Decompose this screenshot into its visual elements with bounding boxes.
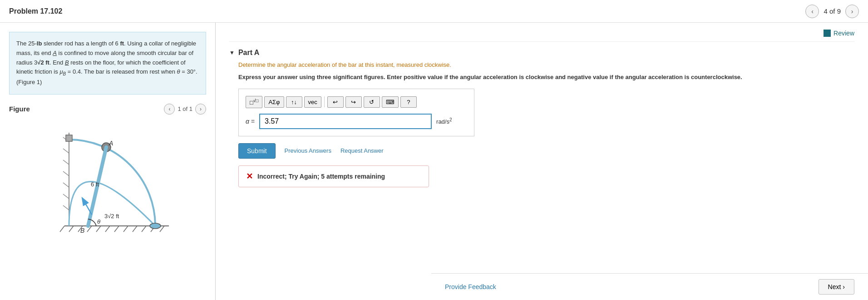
figure-prev-button[interactable]: ‹ bbox=[164, 104, 175, 115]
svg-point-29 bbox=[150, 223, 161, 229]
svg-line-17 bbox=[63, 171, 69, 176]
svg-text:B: B bbox=[80, 227, 84, 234]
next-label: Next bbox=[828, 283, 841, 290]
figure-svg: A B 6 ft 3√2 ft θ bbox=[37, 119, 178, 246]
keyboard-button[interactable]: ⌨ bbox=[382, 96, 399, 108]
svg-rect-30 bbox=[66, 135, 72, 141]
svg-text:3√2 ft: 3√2 ft bbox=[104, 213, 119, 220]
help-button[interactable]: ? bbox=[400, 96, 417, 108]
question-instruction: Determine the angular acceleration of th… bbox=[229, 61, 854, 68]
svg-line-1 bbox=[60, 226, 64, 232]
svg-line-23 bbox=[83, 199, 92, 215]
alpha-label: α = bbox=[246, 118, 255, 125]
svg-text:6 ft: 6 ft bbox=[91, 181, 99, 188]
header-navigation: ‹ 4 of 9 › bbox=[805, 5, 859, 18]
problem-title: Problem 17.102 bbox=[9, 7, 62, 15]
svg-line-19 bbox=[63, 194, 69, 199]
prev-problem-button[interactable]: ‹ bbox=[805, 5, 819, 18]
input-row: α = rad/s2 bbox=[246, 114, 467, 129]
svg-line-9 bbox=[133, 226, 137, 232]
main-layout: The 25-lb slender rod has a length of 6 … bbox=[0, 23, 868, 300]
provide-feedback-link[interactable]: Provide Feedback bbox=[445, 283, 496, 290]
vec-button[interactable]: vec bbox=[304, 96, 321, 108]
action-row: Submit Previous Answers Request Answer bbox=[238, 143, 854, 159]
figure-next-button[interactable]: › bbox=[195, 104, 206, 115]
next-arrow-icon: › bbox=[843, 283, 845, 290]
template-button[interactable]: □√□ bbox=[246, 96, 262, 108]
request-answer-link[interactable]: Request Answer bbox=[340, 147, 384, 154]
undo-button[interactable]: ↩ bbox=[327, 96, 344, 108]
svg-line-10 bbox=[142, 226, 146, 232]
submit-button[interactable]: Submit bbox=[238, 143, 276, 159]
part-a-header: ▼ Part A bbox=[229, 42, 854, 61]
svg-line-16 bbox=[63, 160, 69, 165]
svg-line-20 bbox=[63, 205, 69, 210]
figure-label: Figure bbox=[9, 105, 30, 113]
figure-navigation: ‹ 1 of 1 › bbox=[164, 104, 206, 115]
right-panel: Review ▼ Part A Determine the angular ac… bbox=[216, 23, 868, 300]
error-text: Incorrect; Try Again; 5 attempts remaini… bbox=[257, 173, 385, 180]
figure-diagram: A B 6 ft 3√2 ft θ bbox=[9, 119, 206, 246]
problem-text: The 25-lb slender rod has a length of 6 … bbox=[16, 40, 197, 85]
figure-page-indicator: 1 of 1 bbox=[178, 105, 192, 112]
svg-line-6 bbox=[105, 226, 110, 232]
left-panel: The 25-lb slender rod has a length of 6 … bbox=[0, 23, 216, 300]
next-button[interactable]: Next › bbox=[819, 279, 854, 295]
answer-input[interactable] bbox=[259, 114, 432, 129]
toolbar-separator bbox=[324, 96, 325, 107]
review-link[interactable]: Review bbox=[833, 30, 854, 37]
header: Problem 17.102 ‹ 4 of 9 › bbox=[0, 0, 868, 23]
svg-text:θ: θ bbox=[97, 218, 100, 225]
page-indicator: 4 of 9 bbox=[824, 7, 841, 15]
svg-line-8 bbox=[123, 226, 128, 232]
svg-line-15 bbox=[63, 149, 69, 153]
math-toolbar: □√□ ΑΣφ ↑↓ vec ↩ ↪ ↺ ⌨ ? bbox=[246, 96, 467, 108]
svg-line-7 bbox=[114, 226, 119, 232]
review-section: Review bbox=[229, 23, 854, 42]
svg-line-2 bbox=[69, 226, 74, 232]
part-a-label: Part A bbox=[238, 49, 260, 57]
svg-line-18 bbox=[63, 183, 69, 187]
answer-box: □√□ ΑΣφ ↑↓ vec ↩ ↪ ↺ ⌨ ? α = rad/s2 bbox=[238, 89, 474, 136]
redo-button[interactable]: ↪ bbox=[345, 96, 362, 108]
problem-text-box: The 25-lb slender rod has a length of 6 … bbox=[9, 32, 206, 95]
arrows-button[interactable]: ↑↓ bbox=[286, 96, 302, 108]
error-box: ✕ Incorrect; Try Again; 5 attempts remai… bbox=[238, 165, 429, 187]
reset-button[interactable]: ↺ bbox=[364, 96, 380, 108]
footer: Provide Feedback Next › bbox=[431, 273, 868, 300]
review-icon bbox=[824, 30, 831, 37]
figure-header: Figure ‹ 1 of 1 › bbox=[9, 104, 206, 115]
previous-answers-link[interactable]: Previous Answers bbox=[285, 147, 331, 154]
svg-line-5 bbox=[96, 226, 101, 232]
greek-button[interactable]: ΑΣφ bbox=[264, 96, 284, 108]
svg-text:A: A bbox=[108, 140, 113, 147]
error-icon: ✕ bbox=[246, 171, 253, 181]
question-bold-text: Express your answer using three signific… bbox=[229, 73, 854, 82]
part-a-arrow: ▼ bbox=[229, 50, 235, 56]
unit-label: rad/s2 bbox=[436, 117, 452, 125]
next-problem-button[interactable]: › bbox=[845, 5, 859, 18]
